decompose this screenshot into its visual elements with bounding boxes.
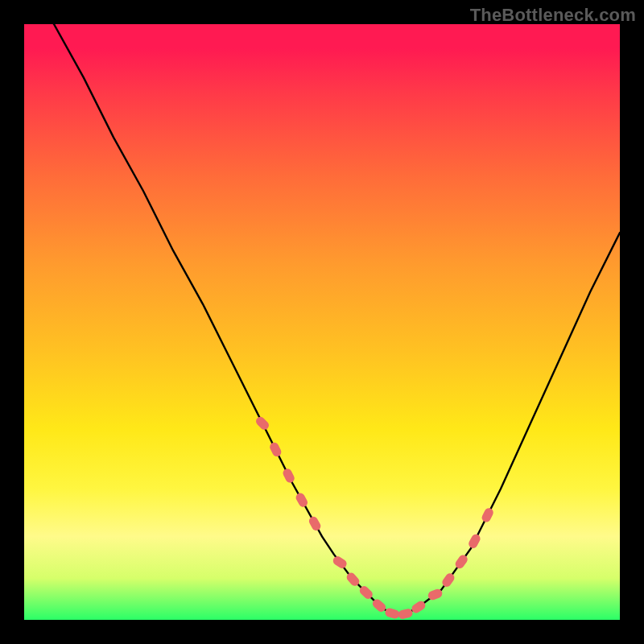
curve-marker (467, 533, 481, 550)
curve-marker (453, 553, 469, 570)
marker-group (254, 415, 495, 620)
watermark-text: TheBottleneck.com (470, 5, 636, 26)
plot-area (24, 24, 620, 620)
curve-marker (268, 441, 283, 458)
curve-marker (332, 555, 349, 570)
curve-marker (254, 415, 271, 432)
curve-marker (398, 608, 414, 620)
curve-marker (384, 607, 400, 620)
curve-marker (440, 572, 456, 588)
curve-marker (481, 506, 495, 523)
bottleneck-curve (24, 24, 620, 614)
chart-svg (24, 24, 620, 620)
curve-marker (282, 467, 296, 484)
curve-marker (295, 492, 309, 509)
curve-marker (308, 515, 322, 532)
chart-frame: TheBottleneck.com (0, 0, 644, 644)
